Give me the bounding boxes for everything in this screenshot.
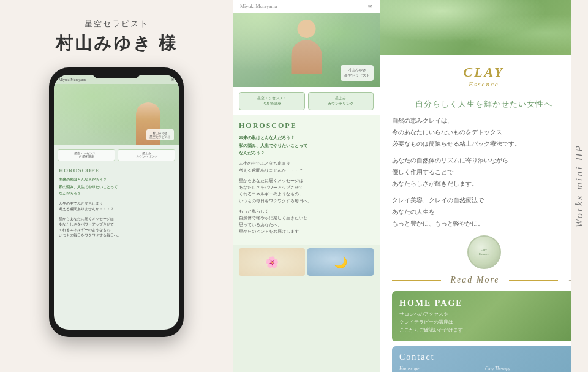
phone-header-text: Miyuki Murayama <box>59 78 86 82</box>
contact-item-2-label: Clay Therapy <box>485 366 568 371</box>
phone-person-name: 村山みゆき 星空セラピスト <box>149 131 171 139</box>
preview-menu-btn-1[interactable]: 星空エッセンス・ 占星術講座 <box>239 92 305 110</box>
contact-grid: Horoscope ↘ 公式LINEから 星読みの問い合わせ Clay Ther… <box>399 366 568 372</box>
preview-horoscope: HOROSCOPE 本来の私はとんな人だろう？ 私の悩み、人生でやりたいことって… <box>233 115 380 245</box>
homepage-title: HOME PAGE <box>399 298 568 308</box>
contact-item-1: Horoscope ↘ 公式LINEから 星読みの問い合わせ <box>399 366 483 372</box>
preview-menu-btn-2-line1: 星よみ <box>311 96 372 101</box>
phone-menu-btn-2[interactable]: 星よみ カウンセリング <box>118 149 175 161</box>
phone-menu-buttons: 星空エッセンス・ 占星術講座 星よみ カウンセリング <box>54 145 179 165</box>
contact-title: Contact <box>399 352 568 362</box>
preview-bold-text: 本来の私はとんな人だろう？ 私の悩み、人生でやりたいことって なんだろう？ <box>239 134 374 158</box>
read-more-label: Read More <box>450 275 499 285</box>
preview-menu-btn-1-line1: 星空エッセンス・ <box>241 96 303 101</box>
client-info: 星空セラピスト 村山みゆき 様 <box>56 18 178 55</box>
preview-menu-btn-2[interactable]: 星よみ カウンセリング <box>308 92 374 110</box>
right-top-image <box>380 0 588 55</box>
contact-box: Contact Horoscope ↘ 公式LINEから 星読みの問い合わせ C… <box>392 346 576 372</box>
preview-bold-line-2: 私の悩み、人生でやりたいことって <box>239 142 374 150</box>
preview-header: Miyuki Murayama ✉ <box>233 0 380 13</box>
clay-essence-box: CLAY Essence <box>380 55 588 94</box>
preview-person-label: 村山みゆき 星空セラピスト <box>341 65 374 81</box>
right-body-para-1: 自然の恵みクレイは、 今のあなたにいらないものをデトックス 必要なものは簡陳らせ… <box>392 115 576 150</box>
preview-person-figure <box>290 20 323 75</box>
preview-hero: 村山みゆき 星空セラピスト <box>233 13 380 87</box>
phone-para-1: 人生の中でふと立ち止まり 考える瞬間ありませんか・・・？ <box>54 200 179 213</box>
contact-item-2: Clay Therapy ↘ 公式LINE・メールから クレイテラピーの問い合わ… <box>485 366 568 372</box>
phone-menu-btn-1-line2: 占星術講座 <box>59 155 113 158</box>
phone-mockup: Miyuki Murayama ✉ 村山みゆき 星空セラピスト 星空エッセンス・… <box>49 67 184 337</box>
preview-header-email-icon: ✉ <box>368 4 372 9</box>
clay-logo-box: Clay Essence <box>380 235 588 269</box>
preview-para-1: 人生の中でふと立ち止まり 考える瞬間ありませんか・・・？ <box>239 160 374 173</box>
clay-brand-name: CLAY <box>392 64 576 80</box>
client-name: 村山みゆき 様 <box>56 32 178 55</box>
preview-menu-row: 星空エッセンス・ 占星術講座 星よみ カウンセリング <box>233 87 380 115</box>
side-label-text: Works mini HP <box>574 144 585 227</box>
phone-person-label: 村山みゆき 星空セラピスト <box>146 129 174 140</box>
phone-bold-line-3: なんだろう？ <box>59 191 174 197</box>
preview-para-2: 星からあなたに届くメッセージは あなたしさをパワーアップさせて くれるエネルギー… <box>239 177 374 204</box>
read-more-section[interactable]: Read More → <box>392 275 576 285</box>
phone-hero: 村山みゆき 星空セラピスト <box>54 84 179 145</box>
read-more-line-left <box>392 280 441 281</box>
preview-header-text: Miyuki Murayama <box>240 4 277 9</box>
preview-person-title: 星空セラピスト <box>344 73 370 78</box>
homepage-desc: サロンへのアクセスや クレイテラピーの講座は ここからご確認いただけます <box>399 311 568 334</box>
phone-bold-text-1: 本来の私はとんな人だろう？ 私の悩み、人生でやりたいことって なんだろう？ <box>54 176 179 200</box>
phone-frame: Miyuki Murayama ✉ 村山みゆき 星空セラピスト 星空エッセンス・… <box>49 67 184 337</box>
preview-bold-line-1: 本来の私はとんな人だろう？ <box>239 134 374 142</box>
clay-logo-circle: Clay Essence <box>467 235 501 269</box>
preview-face <box>297 20 315 38</box>
phone-header-icon: ✉ <box>171 77 174 82</box>
preview-images-row: 🌸 🌙 <box>233 245 380 279</box>
client-type: 星空セラピスト <box>56 18 178 29</box>
website-preview: Miyuki Murayama ✉ 村山みゆき 星空セラピスト 星空エッセンス・… <box>233 0 380 372</box>
preview-menu-btn-2-line2: カウンセリング <box>311 101 372 107</box>
phone-menu-btn-1[interactable]: 星空エッセンス・ 占星術講座 <box>58 149 115 161</box>
phone-screen: Miyuki Murayama ✉ 村山みゆき 星空セラピスト 星空エッセンス・… <box>54 75 179 330</box>
preview-person-name: 村山みゆき <box>344 67 370 73</box>
preview-menu-btn-1-line2: 占星術講座 <box>241 101 303 107</box>
homepage-box[interactable]: HOME PAGE サロンへのアクセスや クレイテラピーの講座は ここからご確認… <box>392 291 576 341</box>
middle-section: Miyuki Murayama ✉ 村山みゆき 星空セラピスト 星空エッセンス・… <box>233 0 380 372</box>
preview-para-3: もっと私らしく 自然体で軽やかに楽しく生きたいと 思っているあなたへ、 星からの… <box>239 208 374 235</box>
right-body-para-3: クレイ美容、クレイの自然療法で あなたの人生を もっと豊かに、もっと軽やかに。 <box>392 194 576 229</box>
preview-horoscope-title: HOROSCOPE <box>239 121 374 131</box>
phone-notch <box>92 67 141 78</box>
preview-moon-image: 🌙 <box>307 248 374 276</box>
read-more-line-right <box>509 280 558 281</box>
right-section: CLAY Essence 自分らしく人生を輝かせたい女性へ 自然の恵みクレイは、… <box>380 0 588 372</box>
right-heading: 自分らしく人生を輝かせたい女性へ <box>392 99 576 110</box>
right-top-leaves-decoration <box>380 0 588 55</box>
right-body-para-2: あなたの自然体のリズムに寄り添いながら 優しく作用することで あなたらしさが輝き… <box>392 154 576 189</box>
phone-menu-btn-2-line2: カウンセリング <box>119 155 173 158</box>
side-label: Works mini HP <box>571 0 588 372</box>
clay-logo-text: Clay Essence <box>479 248 489 256</box>
preview-bold-line-3: なんだろう？ <box>239 150 374 158</box>
clay-brand-subtitle: Essence <box>392 80 576 88</box>
phone-bold-line-1: 本来の私はとんな人だろう？ <box>59 177 174 183</box>
left-section: 星空セラピスト 村山みゆき 様 Miyuki Murayama ✉ 村山みゆき … <box>0 0 233 372</box>
preview-body <box>291 40 322 74</box>
phone-para-2: 星からあなたに届くメッセージは あなたしさをパワーアップさせて くれるエネルギー… <box>54 215 179 239</box>
phone-horoscope-title: HOROSCOPE <box>54 165 179 176</box>
phone-bold-line-2: 私の悩み、人生でやりたいことって <box>59 184 174 191</box>
preview-flowers-image: 🌸 <box>239 248 305 276</box>
contact-item-1-label: Horoscope <box>399 366 483 371</box>
